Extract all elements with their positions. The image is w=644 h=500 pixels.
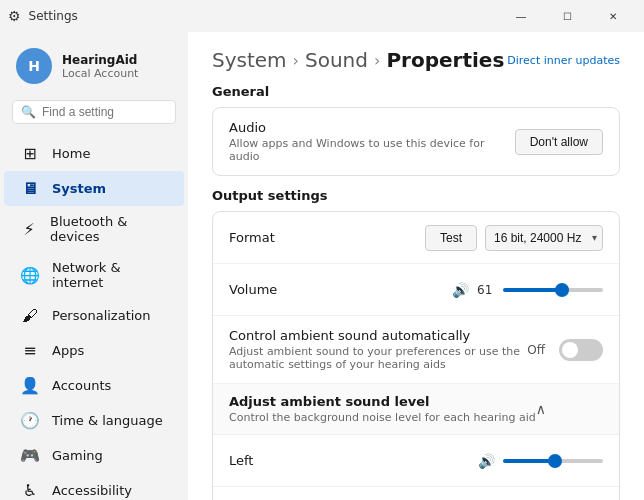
dont-allow-button[interactable]: Don't allow [515,129,603,155]
breadcrumb-sound[interactable]: Sound [305,48,368,72]
general-card: Audio Allow apps and Windows to use this… [212,107,620,176]
sidebar: H HearingAid Local Account 🔍 ⊞ Home 🖥 Sy… [0,32,188,500]
sidebar-item-label: Accounts [52,378,111,393]
maximize-button[interactable]: ☐ [544,0,590,32]
format-select[interactable]: 16 bit, 24000 Hz [485,225,603,251]
sidebar-item-home[interactable]: ⊞ Home [4,136,184,171]
ambient-level-header[interactable]: Adjust ambient sound level Control the b… [213,384,619,435]
output-card: Format Test 16 bit, 24000 Hz Vol [212,211,620,500]
volume-label: Volume [229,282,452,297]
network-icon: 🌐 [20,266,40,285]
titlebar: ⚙ Settings — ☐ ✕ [0,0,644,32]
general-section-title: General [212,84,620,99]
user-info: HearingAid Local Account [62,53,138,80]
content-header: System › Sound › Properties Direct inner… [188,32,644,80]
home-icon: ⊞ [20,144,40,163]
volume-row: Volume 🔊 61 [213,264,619,316]
volume-slider[interactable] [503,288,603,292]
audio-setting-row: Audio Allow apps and Windows to use this… [213,108,619,175]
sidebar-item-accessibility[interactable]: ♿ Accessibility [4,473,184,500]
breadcrumb: System › Sound › Properties [212,48,504,72]
format-select-wrapper: 16 bit, 24000 Hz [485,225,603,251]
breadcrumb-current: Properties [386,48,504,72]
sidebar-item-time[interactable]: 🕐 Time & language [4,403,184,438]
personalization-icon: 🖌 [20,306,40,325]
toggle-thumb [562,342,578,358]
minimize-button[interactable]: — [498,0,544,32]
sidebar-item-label: Gaming [52,448,103,463]
left-info: Left [229,453,478,468]
sidebar-item-gaming[interactable]: 🎮 Gaming [4,438,184,473]
sidebar-item-label: Time & language [52,413,163,428]
ambient-label: Control ambient sound automatically [229,328,527,343]
user-name: HearingAid [62,53,138,67]
close-button[interactable]: ✕ [590,0,636,32]
sidebar-item-label: Home [52,146,90,161]
settings-icon: ⚙ [8,8,21,24]
ambient-toggle[interactable] [559,339,603,361]
titlebar-controls: — ☐ ✕ [498,0,636,32]
user-section: H HearingAid Local Account [0,40,188,100]
sidebar-item-label: Apps [52,343,84,358]
toggle-track [559,339,603,361]
search-icon: 🔍 [21,105,36,119]
volume-slider-wrapper: 🔊 61 [452,282,603,298]
audio-desc: Allow apps and Windows to use this devic… [229,137,515,163]
search-input[interactable] [42,105,188,119]
sidebar-item-personalization[interactable]: 🖌 Personalization [4,298,184,333]
audio-info: Audio Allow apps and Windows to use this… [229,120,515,163]
user-role: Local Account [62,67,138,80]
breadcrumb-system[interactable]: System [212,48,287,72]
left-slider[interactable] [503,459,603,463]
gaming-icon: 🎮 [20,446,40,465]
ambient-level-desc: Control the background noise level for e… [229,411,536,424]
search-box: 🔍 [12,100,176,124]
breadcrumb-sep1: › [293,51,299,70]
left-slider-row: Left 🔊 [213,435,619,487]
ambient-row: Control ambient sound automatically Adju… [213,316,619,384]
direct-link[interactable]: Direct inner updates [507,54,620,67]
sidebar-item-label: Accessibility [52,483,132,498]
left-label: Left [229,453,478,468]
volume-icon: 🔊 [452,282,469,298]
left-slider-wrapper: 🔊 [478,453,603,469]
ambient-level-info: Adjust ambient sound level Control the b… [229,394,536,424]
collapse-icon: ∧ [536,401,546,417]
volume-control: 🔊 61 [452,282,603,298]
ambient-control: Off [527,339,603,361]
sidebar-item-system[interactable]: 🖥 System [4,171,184,206]
sidebar-item-label: Personalization [52,308,151,323]
sidebar-item-accounts[interactable]: 👤 Accounts [4,368,184,403]
right-slider-row: Right 🔊 [213,487,619,500]
content-body: General Audio Allow apps and Windows to … [188,84,644,500]
sidebar-item-bluetooth[interactable]: ⚡ Bluetooth & devices [4,206,184,252]
avatar: H [16,48,52,84]
test-button[interactable]: Test [425,225,477,251]
ambient-level-title: Adjust ambient sound level [229,394,536,409]
left-control: 🔊 [478,453,603,469]
titlebar-title: Settings [29,9,78,23]
ambient-info: Control ambient sound automatically Adju… [229,328,527,371]
sidebar-item-label: Network & internet [52,260,168,290]
volume-info: Volume [229,282,452,297]
format-info: Format [229,230,425,245]
sidebar-item-label: System [52,181,106,196]
audio-label: Audio [229,120,515,135]
breadcrumb-sep2: › [374,51,380,70]
sidebar-item-label: Bluetooth & devices [50,214,168,244]
system-icon: 🖥 [20,179,40,198]
sidebar-item-network[interactable]: 🌐 Network & internet [4,252,184,298]
ambient-desc: Adjust ambient sound to your preferences… [229,345,527,371]
sidebar-item-apps[interactable]: ≡ Apps [4,333,184,368]
main-content: System › Sound › Properties Direct inner… [188,32,644,500]
ambient-toggle-label: Off [527,343,545,357]
format-control: Test 16 bit, 24000 Hz [425,225,603,251]
output-section-title: Output settings [212,188,620,203]
format-label: Format [229,230,425,245]
accounts-icon: 👤 [20,376,40,395]
apps-icon: ≡ [20,341,40,360]
app-body: H HearingAid Local Account 🔍 ⊞ Home 🖥 Sy… [0,32,644,500]
accessibility-icon: ♿ [20,481,40,500]
format-row: Format Test 16 bit, 24000 Hz [213,212,619,264]
left-volume-icon: 🔊 [478,453,495,469]
